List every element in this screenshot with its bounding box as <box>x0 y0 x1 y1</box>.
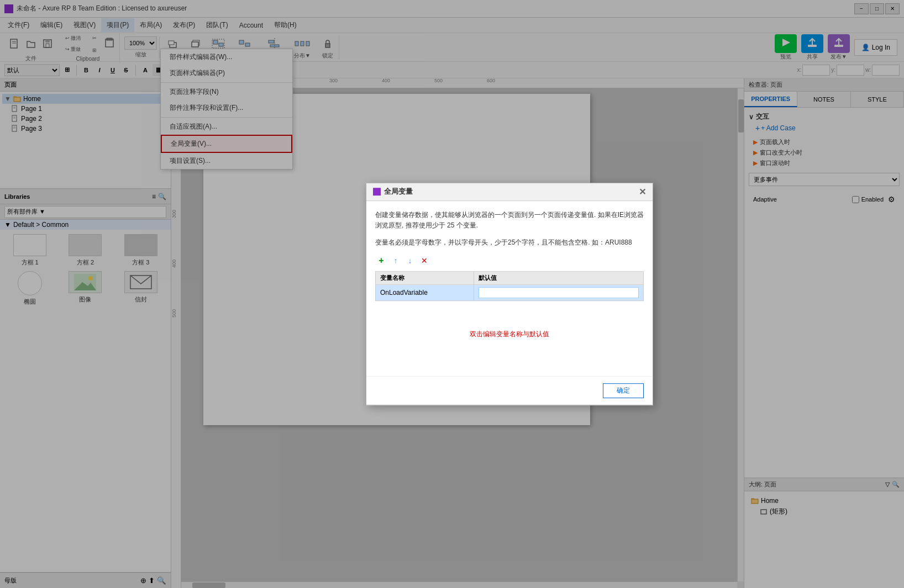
var-row-1[interactable]: OnLoadVariable <box>376 285 644 301</box>
modal-body: 创建变量储存数据，使其能够从浏览器的一个页面到另一个页面传递变量值. 如果在IE… <box>366 201 653 377</box>
modal-desc1: 创建变量储存数据，使其能够从浏览器的一个页面到另一个页面传递变量值. 如果在IE… <box>375 210 644 231</box>
col-name-header: 变量名称 <box>376 272 474 285</box>
var-default-cell[interactable] <box>474 285 644 301</box>
global-vars-modal: 全局变量 ✕ 创建变量储存数据，使其能够从浏览器的一个页面到另一个页面传递变量值… <box>366 183 653 406</box>
var-name-cell: OnLoadVariable <box>376 285 474 301</box>
modal-hint-area: 双击编辑变量名称与默认值 <box>375 301 644 367</box>
variables-table: 变量名称 默认值 OnLoadVariable <box>375 271 644 301</box>
modal-icon <box>373 188 381 195</box>
var-default-input[interactable] <box>479 287 639 298</box>
modal-close-btn[interactable]: ✕ <box>639 187 646 197</box>
modal-hint-text: 双击编辑变量名称与默认值 <box>459 319 560 350</box>
modal-desc2: 变量名必须是字母数字，并以字母开头，少于25个字符，且不能包含空格. 如：ARU… <box>375 237 644 248</box>
move-down-btn[interactable]: ↓ <box>404 255 416 267</box>
ok-button[interactable]: 确定 <box>603 383 644 398</box>
add-var-btn[interactable]: + <box>375 255 387 267</box>
modal-header: 全局变量 ✕ <box>366 183 653 201</box>
move-up-btn[interactable]: ↑ <box>390 255 402 267</box>
col-default-header: 默认值 <box>474 272 644 285</box>
delete-var-btn[interactable]: ✕ <box>418 255 430 267</box>
modal-footer: 确定 <box>366 376 653 405</box>
modal-toolbar: + ↑ ↓ ✕ <box>375 255 644 267</box>
